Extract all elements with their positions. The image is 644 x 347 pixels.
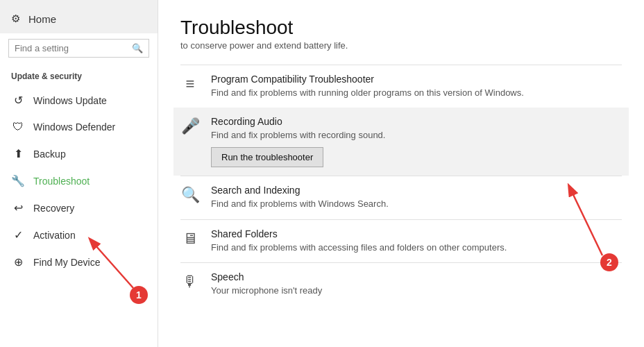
run-troubleshooter-button[interactable]: Run the troubleshooter bbox=[211, 147, 323, 167]
sidebar-item-windows-update[interactable]: ↺ Windows Update bbox=[0, 87, 158, 114]
find-my-device-icon: ⊕ bbox=[11, 255, 25, 269]
program-compat-icon: ≡ bbox=[180, 75, 200, 93]
item-content: Speech Your microphone isn't ready bbox=[211, 271, 622, 297]
activation-icon: ✓ bbox=[11, 228, 25, 242]
home-icon: ⚙ bbox=[11, 12, 20, 25]
troubleshoot-item-shared-folders: 🖥 Shared Folders Find and fix problems w… bbox=[180, 219, 622, 262]
item-desc: Find and fix problems with Windows Searc… bbox=[211, 198, 622, 210]
recording-audio-icon: 🎤 bbox=[180, 117, 200, 135]
item-title: Search and Indexing bbox=[211, 185, 622, 196]
troubleshoot-item-search-indexing: 🔍 Search and Indexing Find and fix probl… bbox=[180, 176, 622, 219]
sidebar-item-label: Windows Update bbox=[33, 95, 107, 106]
page-subtitle: to conserve power and extend battery lif… bbox=[180, 40, 622, 51]
windows-update-icon: ↺ bbox=[11, 94, 25, 107]
sidebar-item-home[interactable]: ⚙ Home bbox=[0, 0, 158, 33]
item-desc: Find and fix problems with recording sou… bbox=[211, 129, 622, 142]
search-box[interactable]: 🔍 bbox=[8, 39, 149, 58]
sidebar-item-label: Recovery bbox=[33, 203, 74, 214]
sidebar-item-label: Activation bbox=[33, 230, 76, 241]
shared-folders-icon: 🖥 bbox=[180, 230, 200, 248]
sidebar-item-label: Find My Device bbox=[33, 257, 100, 268]
troubleshoot-item-speech: 🎙 Speech Your microphone isn't ready bbox=[180, 262, 622, 305]
item-content: Program Compatibility Troubleshooter Fin… bbox=[211, 74, 622, 99]
item-content: Search and Indexing Find and fix problem… bbox=[211, 185, 622, 210]
sidebar-item-activation[interactable]: ✓ Activation bbox=[0, 221, 158, 248]
item-title: Shared Folders bbox=[211, 228, 622, 239]
main-content: Troubleshoot to conserve power and exten… bbox=[158, 0, 644, 347]
search-icon: 🔍 bbox=[132, 43, 143, 53]
page-title: Troubleshoot bbox=[180, 17, 622, 39]
item-title: Speech bbox=[211, 271, 622, 282]
troubleshoot-icon: 🔧 bbox=[11, 174, 25, 187]
speech-icon: 🎙 bbox=[180, 273, 200, 291]
item-content: Recording Audio Find and fix problems wi… bbox=[211, 116, 622, 167]
item-title: Recording Audio bbox=[211, 116, 622, 127]
home-label: Home bbox=[28, 13, 56, 25]
troubleshoot-item-recording-audio: 🎤 Recording Audio Find and fix problems … bbox=[173, 108, 629, 176]
item-title: Program Compatibility Troubleshooter bbox=[211, 74, 622, 85]
search-indexing-icon: 🔍 bbox=[180, 186, 200, 204]
item-desc: Your microphone isn't ready bbox=[211, 285, 622, 297]
troubleshoot-item-program-compat: ≡ Program Compatibility Troubleshooter F… bbox=[180, 65, 622, 108]
search-input[interactable] bbox=[15, 43, 132, 53]
sidebar: ⚙ Home 🔍 Update & security ↺ Windows Upd… bbox=[0, 0, 158, 347]
backup-icon: ⬆ bbox=[11, 147, 25, 160]
item-desc: Find and fix problems with accessing fil… bbox=[211, 242, 622, 254]
recovery-icon: ↩ bbox=[11, 201, 25, 214]
windows-defender-icon: 🛡 bbox=[11, 121, 25, 133]
sidebar-item-recovery[interactable]: ↩ Recovery bbox=[0, 194, 158, 221]
item-content: Shared Folders Find and fix problems wit… bbox=[211, 228, 622, 254]
sidebar-section-label: Update & security bbox=[0, 67, 158, 87]
sidebar-item-label: Windows Defender bbox=[33, 121, 115, 133]
sidebar-item-windows-defender[interactable]: 🛡 Windows Defender bbox=[0, 114, 158, 140]
sidebar-item-label: Troubleshoot bbox=[33, 176, 90, 187]
item-desc: Find and fix problems with running older… bbox=[211, 87, 622, 99]
sidebar-item-find-my-device[interactable]: ⊕ Find My Device bbox=[0, 248, 158, 276]
sidebar-item-troubleshoot[interactable]: 🔧 Troubleshoot bbox=[0, 167, 158, 194]
sidebar-item-label: Backup bbox=[33, 149, 66, 160]
sidebar-item-backup[interactable]: ⬆ Backup bbox=[0, 140, 158, 167]
